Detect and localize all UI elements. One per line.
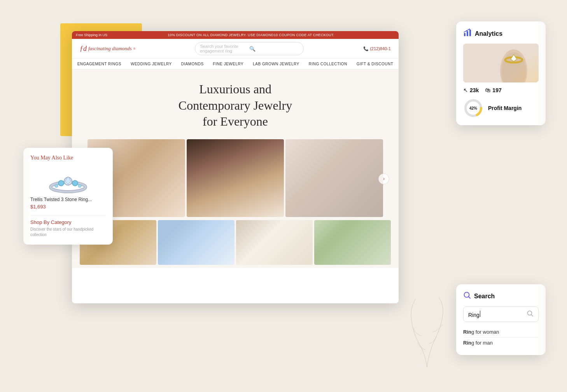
nav-diamonds[interactable]: DIAMONDS	[181, 62, 204, 66]
gallery-wrapper: ‹ ›	[72, 138, 399, 220]
gallery-row-2	[80, 220, 391, 265]
site-navigation: ENGAGEMENT RINGS WEDDING JEWELRY DIAMOND…	[72, 59, 399, 70]
search-suggestion-2[interactable]: Ring for man	[463, 338, 539, 348]
search-suggestion-1[interactable]: Ring for woman	[463, 327, 539, 338]
logo-text: fascinating diamonds	[88, 46, 132, 52]
suggestion-1-normal: g for woman	[471, 329, 499, 335]
gallery-row-1	[80, 139, 391, 217]
analytics-card: Analytics ↖ 23k 🛍 197	[456, 21, 546, 125]
orders-stat: 🛍 197	[485, 87, 501, 93]
search-placeholder: Search your favorite engagement ring	[200, 44, 249, 53]
nav-wedding-jewelry[interactable]: WEDDING JEWELRY	[131, 62, 172, 66]
product-price: $1,693	[30, 204, 106, 210]
svg-point-16	[505, 57, 522, 63]
orders-value: 197	[492, 87, 501, 93]
search-submit-icon[interactable]	[527, 310, 534, 318]
search-card-title: Search	[474, 293, 495, 300]
also-like-title: You May Also Like	[30, 155, 106, 161]
svg-point-4	[58, 180, 64, 186]
svg-point-11	[466, 30, 467, 32]
suggestion-2-bold: Rin	[463, 340, 471, 346]
also-like-card: You May Also Like Trellis Twisted 3 Ston…	[23, 148, 113, 245]
svg-point-23	[528, 311, 532, 315]
browser-window: Free Shipping In US 10% DISCOUNT ON ALL …	[72, 31, 399, 303]
ring-image	[30, 166, 106, 197]
phone-icon: 📞	[363, 46, 370, 51]
svg-point-7	[78, 184, 81, 187]
bag-icon: 🛍	[485, 87, 490, 93]
text-cursor	[480, 311, 481, 317]
svg-point-5	[72, 180, 78, 186]
analytics-header: Analytics	[463, 28, 539, 39]
svg-point-6	[55, 184, 58, 187]
nav-engagement-rings[interactable]: ENGAGEMENT RINGS	[77, 62, 121, 66]
shop-category-desc: Discover the stars of our handpicked col…	[30, 227, 106, 238]
gallery-xmas-img	[314, 220, 391, 265]
analytics-title: Analytics	[475, 30, 502, 37]
svg-rect-8	[464, 33, 466, 36]
clicks-stat: ↖ 23k	[463, 87, 479, 93]
search-card: Search Ring Ring for woman Ring for man	[456, 284, 546, 355]
suggestion-2-normal: g for man	[471, 340, 493, 346]
nav-gift-discount[interactable]: GIFT & DISCOUNT	[357, 62, 394, 66]
top-banner: Free Shipping In US 10% DISCOUNT ON ALL …	[72, 31, 399, 39]
search-card-icon	[463, 291, 471, 301]
nav-fine-jewelry[interactable]: FINE JEWELRY	[213, 62, 244, 66]
hero-section: Luxurious and Contemporary Jewelry for E…	[72, 70, 399, 138]
search-icon: 🔍	[249, 46, 299, 52]
analytics-icon	[463, 28, 472, 39]
search-input-field[interactable]: Ring	[463, 306, 539, 322]
hero-title: Luxurious and Contemporary Jewelry for E…	[80, 81, 391, 130]
gallery-next-arrow[interactable]: ›	[378, 173, 389, 184]
divider	[30, 215, 106, 215]
svg-rect-10	[469, 30, 471, 36]
gallery-earrings-img	[187, 139, 284, 217]
svg-marker-18	[511, 55, 516, 61]
analytics-profit: 42% Profit Margin	[463, 98, 539, 118]
profit-label: Profit Margin	[488, 105, 522, 111]
svg-marker-17	[511, 54, 517, 61]
product-name: Trellis Twisted 3 Stone Ring...	[30, 197, 106, 202]
gallery-ring-hand-img	[285, 139, 383, 217]
search-input-value: Ring	[468, 311, 527, 318]
svg-text:42%: 42%	[469, 106, 477, 110]
analytics-stats: ↖ 23k 🛍 197	[463, 87, 539, 93]
site-header: ƒd fascinating diamonds ® Search your fa…	[72, 39, 399, 59]
banner-center: 10% DISCOUNT ON ALL DIAMOND JEWELRY. USE…	[168, 33, 334, 37]
logo[interactable]: ƒd fascinating diamonds ®	[80, 45, 136, 53]
donut-chart: 42%	[463, 98, 483, 118]
banner-left: Free Shipping In US	[76, 33, 107, 37]
logo-icon: ƒd	[80, 45, 87, 53]
gallery-tennis-img	[158, 220, 234, 265]
svg-point-12	[469, 29, 470, 30]
svg-rect-9	[467, 31, 468, 36]
suggestion-1-bold: Rin	[463, 329, 471, 335]
main-search-bar[interactable]: Search your favorite engagement ring 🔍	[195, 42, 304, 55]
gallery-row-2-wrapper	[72, 220, 399, 268]
ring-preview-image	[463, 44, 539, 82]
clicks-value: 23k	[470, 87, 479, 93]
shop-category-title: Shop By Category	[30, 219, 106, 225]
nav-ring-collection[interactable]: RING COLLECTION	[309, 62, 347, 66]
nav-lab-grown[interactable]: LAB GROWN JEWELRY	[253, 62, 299, 66]
cursor-icon: ↖	[463, 87, 468, 93]
phone-number: 📞 (212)840-1	[363, 46, 391, 51]
leaf-decoration	[404, 293, 450, 373]
search-card-header: Search	[463, 291, 539, 301]
gallery-gift-img	[236, 220, 313, 265]
